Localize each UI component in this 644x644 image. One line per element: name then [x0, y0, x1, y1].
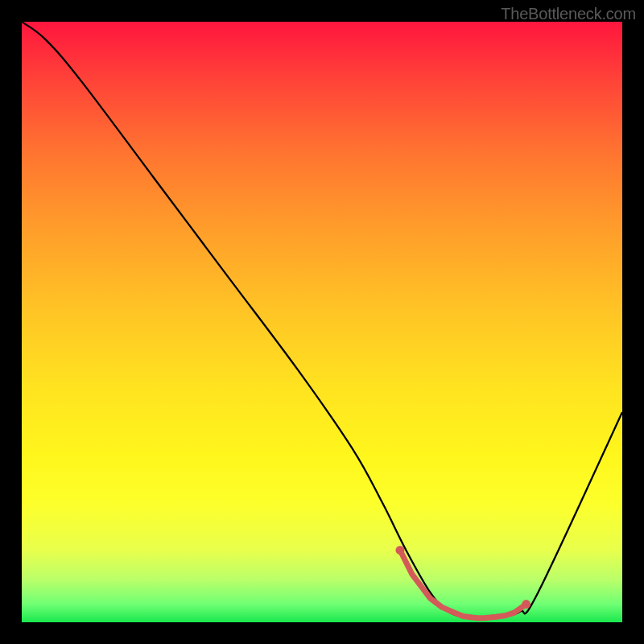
- optimal-range-end-dot: [395, 546, 404, 555]
- plot-area: [22, 22, 622, 622]
- watermark-label: TheBottleneck.com: [501, 5, 636, 23]
- chart-frame: TheBottleneck.com: [0, 0, 644, 644]
- optimal-range-line: [400, 550, 526, 617]
- curve-layer: [22, 22, 622, 622]
- bottleneck-curve: [22, 22, 622, 618]
- optimal-range-end-dot: [522, 600, 530, 609]
- optimal-range-markers: [395, 546, 530, 618]
